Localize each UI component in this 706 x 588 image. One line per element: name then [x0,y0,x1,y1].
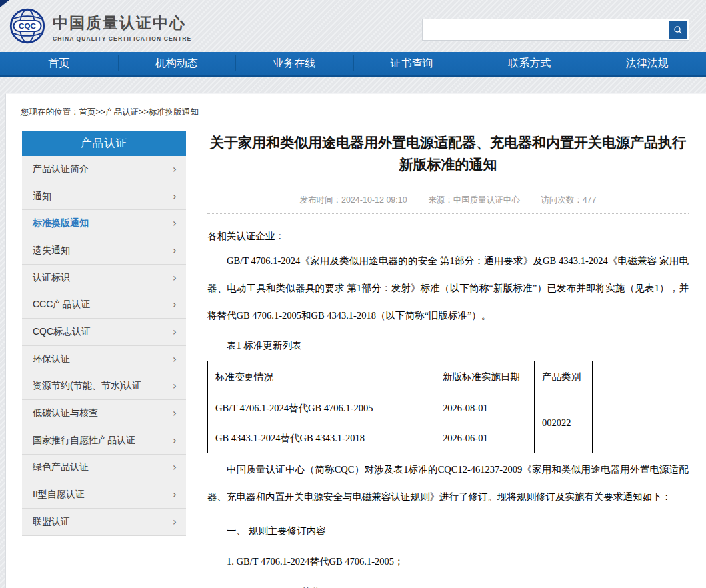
sidebar-item-alliance-cert[interactable]: 联盟认证› [22,509,186,536]
org-names: 中国质量认证中心 CHINA QUALITY CERTIFICATION CEN… [53,10,191,42]
chevron-right-icon: › [173,299,177,311]
page-title: 关于家用和类似用途电器用外置电源适配器、充电器和内置开关电源产品执行新版标准的通… [207,132,689,175]
cell-category: 002022 [535,393,593,453]
sidebar-item-label: 国家推行自愿性产品认证 [33,435,173,447]
section-heading-1: 一、 规则主要修订内容 [207,521,689,541]
nav-item-contact[interactable]: 联系方式 [471,52,589,75]
chevron-right-icon: › [173,245,177,257]
chevron-right-icon: › [173,217,177,229]
nav-item-label: 证书查询 [391,57,433,71]
site-logo[interactable]: CQC 中国质量认证中心 CHINA QUALITY CERTIFICATION… [9,7,191,45]
sidebar-item-green-product-cert[interactable]: 绿色产品认证› [22,455,186,482]
sidebar-item-label: 产品认证简介 [33,163,173,175]
sidebar-item-low-carbon-cert[interactable]: 低碳认证与核查› [22,400,186,427]
chevron-right-icon: › [173,353,177,365]
sidebar-item-label: II型自愿认证 [33,489,173,501]
sidebar-item-label: 绿色产品认证 [33,461,173,473]
article-body: 各相关认证企业： GB/T 4706.1-2024《家用及类似用途电器的的安全 … [207,229,689,588]
col-header-change: 标准变更情况 [208,361,435,393]
sidebar-item-label: CQC标志认证 [33,326,173,338]
view-count: 访问次数：477 [541,195,596,205]
sidebar-item-label: 标准换版通知 [33,217,173,229]
org-name-cn: 中国质量认证中心 [53,13,191,33]
chevron-right-icon: › [173,191,177,203]
cell-change: GB 4343.1-2024替代GB 4343.1-2018 [208,423,435,453]
sidebar-item-label: 联盟认证 [33,516,173,528]
sidebar-item-cqc-mark-cert[interactable]: CQC标志认证› [22,319,186,346]
nav-item-news[interactable]: 机构动态 [118,52,236,75]
search-button[interactable] [669,21,687,39]
col-header-date: 新版标准实施日期 [435,361,535,393]
org-name-en: CHINA QUALITY CERTIFICATION CENTRE [53,35,191,42]
nav-item-certificate-query[interactable]: 证书查询 [353,52,471,75]
sidebar-item-national-voluntary-cert[interactable]: 国家推行自愿性产品认证› [22,427,186,455]
source: 来源：中国质量认证中心 [428,195,520,205]
chevron-right-icon: › [173,435,177,447]
chevron-right-icon: › [173,516,177,528]
chevron-right-icon: › [173,380,177,392]
salutation: 各相关认证企业： [207,229,689,243]
sidebar-item-certification-marks[interactable]: 认证标识› [22,265,186,292]
sidebar-item-resource-saving-cert[interactable]: 资源节约(节能、节水)认证› [22,373,186,401]
svg-text:CQC: CQC [19,21,36,30]
chevron-right-icon: › [173,272,177,284]
paragraph-2: 中国质量认证中心（简称CQC）对涉及表1标准的CQC12-461237-2009… [207,456,689,511]
publish-time: 发布时间：2024-10-12 09:10 [299,195,407,205]
table-row: GB/T 4706.1-2024替代GB 4706.1-2005 2026-08… [208,393,593,423]
sidebar-item-label: 通知 [33,191,173,203]
chevron-right-icon: › [173,326,177,338]
nav-item-online-business[interactable]: 业务在线 [235,52,353,75]
search-input[interactable] [423,19,669,40]
main-nav: 首页 机构动态 业务在线 证书查询 联系方式 法律法规 [0,52,706,77]
chevron-right-icon: › [173,163,177,175]
sidebar-item-label: 环保认证 [33,353,173,365]
chevron-right-icon: › [173,489,177,501]
breadcrumb: 您现在的位置：首页>>产品认证>>标准换版通知 [21,107,199,118]
sidebar-item-label: 低碳认证与核查 [33,407,173,419]
divider [207,213,689,214]
sidebar-title: 产品认证 [22,131,186,156]
nav-item-label: 联系方式 [508,57,551,71]
page: CQC 中国质量认证中心 CHINA QUALITY CERTIFICATION… [0,0,706,588]
list-item-1: 1. GB/T 4706.1-2024替代GB 4706.1-2005； [207,551,689,571]
sidebar-item-loss-notices[interactable]: 遗失通知› [22,237,186,265]
nav-item-laws[interactable]: 法律法规 [589,52,706,75]
sidebar-item-label: 认证标识 [33,272,173,284]
table-caption: 表1 标准更新列表 [207,339,689,352]
content-panel: 您现在的位置：首页>>产品认证>>标准换版通知 产品认证 产品认证简介› 通知›… [5,93,706,588]
cqc-globe-icon: CQC [9,7,46,45]
sidebar-item-notices[interactable]: 通知› [22,183,186,211]
sidebar-item-ccc-product-cert[interactable]: CCC产品认证› [22,291,186,319]
sidebar-item-label: 遗失通知 [33,245,173,257]
sidebar-item-standard-change-notices[interactable]: 标准换版通知› [22,210,186,237]
sidebar-item-label: CCC产品认证 [33,299,173,311]
standards-table: 标准变更情况 新版标准实施日期 产品类别 GB/T 4706.1-2024替代G… [207,361,593,453]
site-header: CQC 中国质量认证中心 CHINA QUALITY CERTIFICATION… [0,0,706,52]
paragraph-1: GB/T 4706.1-2024《家用及类似用途电器的的安全 第1部分：通用要求… [207,247,689,329]
article-meta: 发布时间：2024-10-12 09:10 来源：中国质量认证中心 访问次数：4… [207,195,689,206]
chevron-right-icon: › [173,407,177,419]
table-header-row: 标准变更情况 新版标准实施日期 产品类别 [208,361,593,393]
cell-date: 2026-08-01 [435,393,535,423]
sidebar-item-environmental-cert[interactable]: 环保认证› [22,346,186,373]
sidebar: 产品认证 产品认证简介› 通知› 标准换版通知› 遗失通知› 认证标识› CCC… [22,131,186,536]
chevron-right-icon: › [173,461,177,473]
nav-item-home[interactable]: 首页 [0,52,118,75]
sidebar-item-type2-voluntary-cert[interactable]: II型自愿认证› [22,481,186,509]
article: 关于家用和类似用途电器用外置电源适配器、充电器和内置开关电源产品执行新版标准的通… [207,132,689,588]
col-header-category: 产品类别 [535,361,593,393]
nav-item-label: 业务在线 [273,57,315,71]
nav-item-label: 法律法规 [626,57,669,71]
cell-change: GB/T 4706.1-2024替代GB 4706.1-2005 [208,393,435,423]
sidebar-item-product-cert-intro[interactable]: 产品认证简介› [22,156,186,183]
cell-date: 2026-06-01 [435,423,535,453]
search-box [422,19,689,41]
nav-item-label: 机构动态 [155,57,198,71]
sidebar-item-label: 资源节约(节能、节水)认证 [33,380,173,392]
search-icon [673,25,683,35]
list-item-2: 2. GB 4343.1-2024替代GB 4343.1-2018； [207,582,689,588]
nav-item-label: 首页 [48,57,69,71]
